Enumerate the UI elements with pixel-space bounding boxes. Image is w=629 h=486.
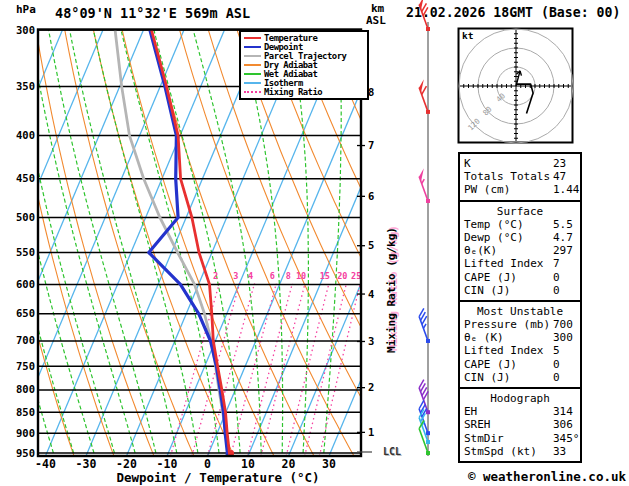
stat-row: EH314 [464, 405, 576, 418]
stat-value: 345° [553, 432, 580, 445]
barb-base-dot [426, 110, 430, 114]
stat-label: Lifted Index [464, 257, 543, 270]
mixing-ratio-label: 4 [248, 271, 253, 281]
stats-panel-box: SurfaceTemp (°C)5.5Dewp (°C)4.7θₑ(K)297L… [458, 200, 582, 302]
km-tick-label: 6 [368, 190, 374, 202]
stat-label: CIN (J) [464, 371, 510, 384]
pressure-tick-label: 600 [16, 278, 35, 290]
stat-row: Totals Totals47 [464, 170, 576, 183]
stats-panel-title: Surface [464, 205, 576, 218]
legend-line-sample [244, 55, 261, 57]
barb-base-dot [426, 431, 430, 435]
stat-row: StmDir345° [464, 432, 576, 445]
credit-footer: © weatheronline.co.uk [468, 469, 626, 484]
stat-value: 1.44 [553, 183, 580, 196]
pressure-tick-label: 900 [16, 427, 35, 439]
parcel-trajectory-curve [115, 30, 230, 455]
legend-box: TemperatureDewpointParcel TrajectoryDry … [239, 30, 369, 100]
stat-value: 7 [553, 257, 560, 270]
km-tick-label: 3 [368, 335, 374, 347]
stat-row: PW (cm)1.44 [464, 183, 576, 196]
legend-item-label: Mixing Ratio [264, 87, 322, 97]
stat-label: StmSpd (kt) [464, 445, 537, 458]
stat-label: CAPE (J) [464, 358, 517, 371]
stats-panel-box: K23Totals Totals47PW (cm)1.44 [458, 152, 582, 202]
barb-base-dot [426, 440, 430, 444]
barb-full [422, 86, 427, 94]
temperature-tick-label: -20 [116, 457, 137, 471]
stat-label: PW (cm) [464, 183, 510, 196]
pressure-tick-label: 450 [16, 172, 35, 184]
barb-base-dot [426, 451, 430, 455]
barb-base-dot [426, 410, 430, 414]
pressure-tick-label: 350 [16, 80, 35, 92]
altitude-axis-asl: ASL [366, 14, 386, 27]
stat-value: 306 [553, 418, 573, 431]
lcl-marker-label: LCL [383, 446, 401, 457]
mixing-ratio-label: 20 [337, 271, 347, 281]
stat-value: 4.7 [553, 231, 573, 244]
stat-row: θₑ (K)300 [464, 331, 576, 344]
stat-value: 0 [553, 271, 560, 284]
pressure-tick-label: 650 [16, 307, 35, 319]
stat-label: Lifted Index [464, 344, 543, 357]
barb-base-dot [426, 199, 430, 203]
barb-base-dot [426, 339, 430, 343]
pressure-axis-unit: hPa [16, 3, 36, 16]
stat-row: θₑ(K)297 [464, 244, 576, 257]
temperature-tick-label: 20 [282, 457, 296, 471]
stats-panel-box: Most UnstablePressure (mb)700θₑ (K)300Li… [458, 300, 582, 389]
stat-row: Lifted Index7 [464, 257, 576, 270]
stat-row: Dewp (°C)4.7 [464, 231, 576, 244]
stat-value: 47 [553, 170, 566, 183]
hodograph-unit-label: kt [462, 30, 473, 41]
temperature-axis-label: Dewpoint / Temperature (°C) [108, 470, 328, 485]
stat-label: K [464, 157, 471, 170]
barb-half [423, 324, 426, 329]
temperature-tick-label: -40 [35, 457, 56, 471]
run-datetime: 21.02.2026 18GMT (Base: 00) [406, 5, 620, 20]
stat-row: Pressure (mb)700 [464, 318, 576, 331]
legend-line-sample [244, 73, 261, 75]
stat-label: CAPE (J) [464, 271, 517, 284]
pressure-tick-label: 750 [16, 360, 35, 372]
temperature-tick-label: 30 [322, 457, 336, 471]
stat-label: StmDir [464, 432, 504, 445]
km-tick-label: 2 [368, 381, 374, 393]
pressure-tick-label: 300 [16, 24, 35, 36]
temperature-tick-label: 10 [241, 457, 255, 471]
mixing-ratio-line [247, 283, 292, 456]
pressure-tick-label: 950 [16, 447, 35, 459]
barb-base-dot [426, 27, 430, 31]
stats-panel-title: Most Unstable [464, 305, 576, 318]
temperature-tick-label: -10 [157, 457, 178, 471]
km-tick-label: 4 [368, 288, 374, 300]
stat-label: Totals Totals [464, 170, 550, 183]
stat-value: 0 [553, 284, 560, 297]
stat-row: CAPE (J)0 [464, 271, 576, 284]
hodograph-inset: 4080120 [459, 29, 574, 144]
stat-label: CIN (J) [464, 284, 510, 297]
stat-value: 23 [553, 157, 566, 170]
temperature-tick-label: 0 [204, 457, 211, 471]
stat-label: θₑ (K) [464, 331, 504, 344]
stat-row: CAPE (J)0 [464, 358, 576, 371]
mixing-ratio-label: 25 [351, 271, 361, 281]
pressure-tick-label: 850 [16, 406, 35, 418]
legend-item: Mixing Ratio [244, 87, 367, 96]
wind-barb-column [419, 0, 430, 456]
km-tick-label: 1 [368, 426, 374, 438]
barb-half [422, 179, 425, 184]
stats-panel-title: Hodograph [464, 392, 576, 405]
station-title: 48°09'N 11°32'E 569m ASL [55, 5, 250, 21]
stat-value: 700 [553, 318, 573, 331]
pressure-tick-label: 700 [16, 334, 35, 346]
km-tick-label: 5 [368, 239, 374, 251]
pressure-tick-label: 800 [16, 383, 35, 395]
stats-panel-box: HodographEH314SREH306StmDir345°StmSpd (k… [458, 387, 582, 463]
mixing-ratio-label: 3 [233, 271, 238, 281]
legend-line-sample [244, 91, 261, 93]
mixing-ratio-label: 6 [270, 271, 275, 281]
stat-value: 297 [553, 244, 573, 257]
stat-value: 0 [553, 371, 560, 384]
